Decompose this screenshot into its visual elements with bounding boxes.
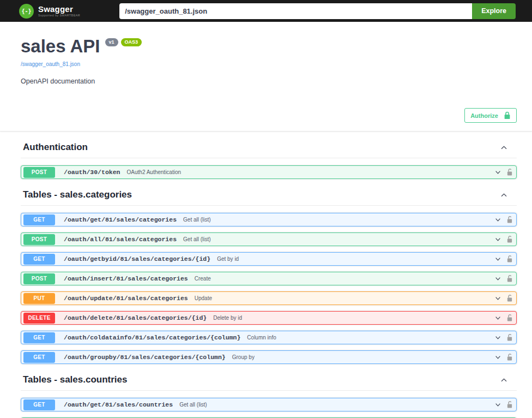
method-badge: GET (23, 332, 55, 343)
method-badge: POST (23, 273, 55, 284)
authorize-button[interactable]: Authorize (464, 108, 517, 123)
api-description: OpenAPI documentation (21, 77, 517, 85)
logo-tagline: Supported by SMARTBEAR (38, 14, 80, 17)
section-title: Authentication (23, 142, 88, 153)
method-badge: PUT (23, 293, 55, 304)
oas3-badge: OAS3 (121, 38, 142, 46)
section-operations: GET /oauth/get/81/sales/countries Get al… (21, 398, 517, 418)
method-badge: POST (23, 167, 55, 178)
chevron-down-icon[interactable] (494, 314, 501, 321)
lock-open-icon[interactable] (506, 353, 513, 361)
endpoint-description: Get all (list) (179, 402, 207, 408)
method-badge: POST (23, 234, 55, 245)
endpoint-row[interactable]: POST /oauth/30/token OAuth2 Authenticati… (21, 165, 517, 179)
chevron-down-icon[interactable] (494, 255, 501, 262)
section-header[interactable]: Authentication (21, 138, 517, 158)
api-section: Authentication POST /oauth/30/token OAut… (21, 138, 517, 179)
lock-open-icon[interactable] (506, 255, 513, 263)
method-badge: GET (23, 254, 55, 265)
page-title: sales API (21, 37, 100, 55)
endpoint-path: /oauth/coldatainfo/81/sales/categories/{… (64, 334, 240, 341)
api-section: Tables - sales.countries GET /oauth/get/… (21, 370, 517, 418)
endpoint-row[interactable]: POST /oauth/all/81/sales/categories Get … (21, 232, 517, 246)
endpoint-path: /oauth/insert/81/sales/categories (64, 275, 188, 282)
lock-open-icon[interactable] (506, 274, 513, 283)
endpoint-description: Get all (list) (183, 236, 211, 242)
swagger-logo-icon: {-} (19, 4, 34, 19)
chevron-up-icon[interactable] (500, 376, 508, 384)
endpoint-row[interactable]: GET /oauth/getbyid/81/sales/categories/{… (21, 252, 517, 266)
endpoint-description: Create (195, 276, 211, 282)
version-badge: v1 (105, 38, 118, 46)
endpoint-path: /oauth/all/81/sales/categories (64, 236, 177, 243)
logo-title: Swagger (38, 5, 80, 13)
lock-open-icon[interactable] (506, 216, 513, 224)
endpoint-row[interactable]: PUT /oauth/update/81/sales/categories Up… (21, 291, 517, 305)
section-header[interactable]: Tables - sales.categories (21, 185, 517, 206)
lock-open-icon[interactable] (506, 401, 513, 409)
section-title: Tables - sales.categories (23, 189, 132, 200)
chevron-down-icon[interactable] (494, 216, 501, 223)
chevron-down-icon[interactable] (494, 236, 501, 243)
endpoint-path: /oauth/30/token (64, 169, 120, 176)
endpoint-description: Column info (247, 335, 276, 341)
lock-open-icon[interactable] (506, 333, 513, 342)
method-badge: GET (23, 214, 55, 225)
endpoint-description: OAuth2 Authentication (127, 169, 182, 175)
endpoint-description: Delete by id (213, 315, 242, 321)
endpoint-row[interactable]: GET /oauth/get/81/sales/countries Get al… (21, 398, 517, 411)
chevron-down-icon[interactable] (494, 401, 501, 408)
spec-url-form: Explore (119, 3, 516, 19)
endpoint-row[interactable]: GET /oauth/groupby/81/sales/categories/{… (21, 350, 517, 364)
section-operations: GET /oauth/get/81/sales/categories Get a… (21, 213, 517, 364)
chevron-down-icon[interactable] (494, 275, 501, 282)
endpoint-path: /oauth/get/81/sales/countries (64, 401, 173, 408)
lock-closed-icon (504, 111, 511, 120)
endpoint-description: Get by id (217, 256, 239, 262)
method-badge: GET (23, 352, 55, 363)
spec-url-input[interactable] (119, 3, 472, 19)
endpoint-row[interactable]: GET /oauth/coldatainfo/81/sales/categori… (21, 331, 517, 344)
endpoint-description: Update (195, 295, 212, 301)
chevron-up-icon[interactable] (500, 144, 508, 152)
swagger-logo[interactable]: {-} Swagger Supported by SMARTBEAR (19, 4, 80, 19)
lock-open-icon[interactable] (506, 314, 513, 322)
section-title: Tables - sales.countries (23, 374, 127, 385)
topbar: {-} Swagger Supported by SMARTBEAR Explo… (0, 0, 532, 22)
chevron-down-icon[interactable] (494, 354, 501, 361)
lock-open-icon[interactable] (506, 168, 513, 176)
operations-list: Authentication POST /oauth/30/token OAut… (0, 132, 532, 418)
spec-link[interactable]: /swagger_oauth_81.json (21, 61, 80, 67)
endpoint-row[interactable]: DELETE /oauth/delete/81/sales/categories… (21, 311, 517, 325)
chevron-up-icon[interactable] (500, 191, 508, 199)
chevron-down-icon[interactable] (494, 169, 501, 176)
chevron-down-icon[interactable] (494, 295, 501, 302)
chevron-down-icon[interactable] (494, 334, 501, 341)
endpoint-path: /oauth/groupby/81/sales/categories/{colu… (64, 354, 226, 361)
lock-open-icon[interactable] (506, 235, 513, 243)
authorize-label: Authorize (470, 112, 498, 119)
section-operations: POST /oauth/30/token OAuth2 Authenticati… (21, 165, 517, 179)
api-info: sales API v1 OAS3 /swagger_oauth_81.json… (0, 22, 532, 85)
section-header[interactable]: Tables - sales.countries (21, 370, 517, 391)
scheme-container: Authorize (0, 85, 532, 132)
endpoint-path: /oauth/delete/81/sales/categories/{id} (64, 314, 207, 321)
endpoint-description: Get all (list) (183, 217, 211, 223)
lock-open-icon[interactable] (506, 294, 513, 302)
endpoint-path: /oauth/update/81/sales/categories (64, 295, 188, 302)
endpoint-description: Group by (232, 354, 255, 360)
explore-button[interactable]: Explore (472, 3, 516, 19)
method-badge: GET (23, 399, 55, 410)
endpoint-path: /oauth/getbyid/81/sales/categories/{id} (64, 255, 210, 262)
api-section: Tables - sales.categories GET /oauth/get… (21, 185, 517, 364)
endpoint-row[interactable]: POST /oauth/insert/81/sales/categories C… (21, 272, 517, 285)
endpoint-path: /oauth/get/81/sales/categories (64, 216, 177, 223)
method-badge: DELETE (23, 313, 55, 324)
endpoint-row[interactable]: GET /oauth/get/81/sales/categories Get a… (21, 213, 517, 226)
